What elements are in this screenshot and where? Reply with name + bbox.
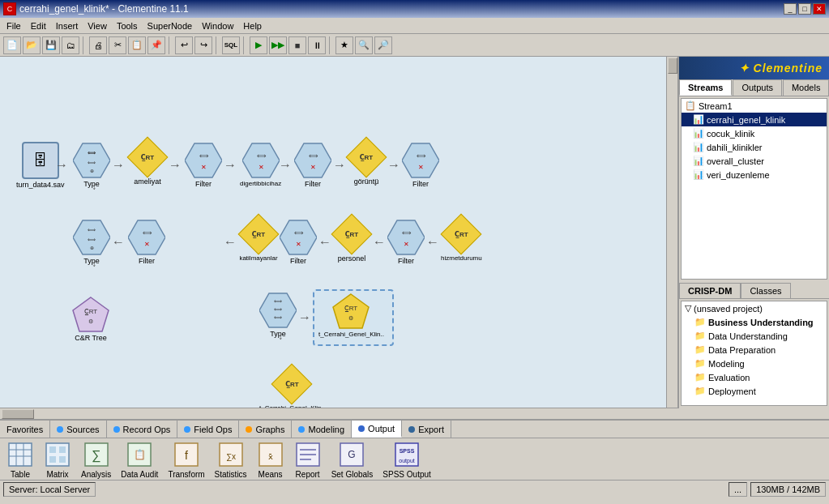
canvas-vscroll[interactable]: [666, 57, 677, 408]
pause-button[interactable]: ⏸: [308, 36, 326, 54]
memory-label: 130MB / 142MB: [756, 485, 820, 494]
zoom-out-button[interactable]: 🔎: [374, 36, 392, 54]
crisp-evaluation[interactable]: 📁 Evaluation: [682, 370, 827, 384]
paste-button[interactable]: 📌: [147, 36, 165, 54]
palette-tab-favorites[interactable]: Favorites: [0, 421, 50, 438]
palette-nodes-area: Table Matrix ∑ Analysis 📋 Data Audit f: [0, 438, 829, 481]
palette-tab-modeling[interactable]: Modeling: [292, 421, 352, 438]
palette-set-globals[interactable]: G Set Globals: [331, 441, 374, 479]
node-t-cerrahi2[interactable]: C̲RT t_Cerrahi_Genel_Klin..: [259, 365, 325, 408]
close-button[interactable]: ✕: [813, 3, 826, 15]
node-filter3[interactable]: ⟺ ✕ Filter: [402, 142, 439, 188]
node-digertibbicihaz[interactable]: ⟺ ✕ digertibbicihaz: [240, 142, 281, 187]
node-filter1[interactable]: ⟺ ✕ Filter: [185, 142, 222, 188]
undo-button[interactable]: ↩: [175, 36, 193, 54]
palette-tab-field-ops[interactable]: Field Ops: [177, 421, 239, 438]
tree-veri-duzenleme[interactable]: 📊 veri_duzenleme: [682, 168, 827, 182]
run-button[interactable]: ▶: [250, 36, 267, 54]
menu-tools[interactable]: Tools: [112, 20, 143, 32]
menu-view[interactable]: View: [83, 20, 112, 32]
node-personel[interactable]: C̲RT personel: [332, 215, 371, 263]
bookmark-button[interactable]: ★: [335, 36, 353, 54]
tree-cocuk-klinik[interactable]: 📊 cocuk_klinik: [682, 126, 827, 140]
node-filter6[interactable]: ⟺ ✕ Filter: [387, 219, 425, 265]
stream-cocuk-label: cocuk_klinik: [707, 129, 754, 139]
palette-table[interactable]: Table: [6, 441, 34, 479]
redo-button[interactable]: ↪: [194, 36, 212, 54]
tab-classes[interactable]: Classes: [741, 283, 790, 298]
node-t-cerrahi1[interactable]: C̲RT ⚙ t_Cerrahi_Genel_Klin..: [318, 293, 384, 338]
crisp-business[interactable]: 📁 Business Understanding: [682, 315, 827, 329]
node-hizmetdurumu[interactable]: C̲RT hizmetdurumu: [441, 215, 482, 262]
copy-button[interactable]: 📋: [128, 36, 146, 54]
personel-shape: C̲RT: [332, 215, 371, 254]
palette-means[interactable]: x̄ Means: [257, 441, 284, 479]
matrix-icon: [44, 441, 71, 468]
node-goruntu[interactable]: C̲RT görüntü: [347, 138, 386, 186]
run-all-button[interactable]: ▶▶: [269, 36, 287, 54]
tab-models[interactable]: Models: [783, 79, 829, 96]
menu-help[interactable]: Help: [238, 20, 267, 32]
menu-supernode[interactable]: SuperNode: [143, 20, 198, 32]
tab-crisp-dm[interactable]: CRISP-DM: [679, 283, 741, 298]
node-filter4[interactable]: ⟺ ✕ Filter: [128, 219, 165, 265]
crisp-modeling[interactable]: 📁 Modeling: [682, 357, 827, 370]
save-button[interactable]: 💾: [42, 36, 60, 54]
crisp-deployment[interactable]: 📁 Deployment: [682, 384, 827, 398]
tree-dahili-klinikler[interactable]: 📊 dahili_klinikler: [682, 140, 827, 154]
palette-data-audit[interactable]: 📋 Data Audit: [121, 441, 158, 479]
menu-window[interactable]: Window: [197, 20, 238, 32]
crisp-data-understanding[interactable]: 📁 Data Understanding: [682, 329, 827, 343]
maximize-button[interactable]: □: [798, 3, 811, 15]
node-cart-tree[interactable]: C̲RT ⚙ C&R Tree: [71, 296, 110, 342]
svg-text:✕: ✕: [201, 164, 207, 171]
palette-tab-output[interactable]: Output: [352, 421, 402, 438]
node-ameliyat[interactable]: C̲RT ameliyat: [128, 138, 167, 186]
palette-spss-output[interactable]: SPSSoutput SPSS Output: [382, 441, 430, 479]
palette-matrix[interactable]: Matrix: [44, 441, 71, 479]
save-all-button[interactable]: 🗂: [62, 36, 79, 54]
menu-insert[interactable]: Insert: [51, 20, 83, 32]
horizontal-scrollbar[interactable]: [0, 408, 679, 419]
palette-statistics[interactable]: ∑x Statistics: [215, 441, 247, 479]
stop-button[interactable]: ■: [288, 36, 306, 54]
node-digertibbicihaz-label: digertibbicihaz: [240, 180, 281, 187]
tab-outputs[interactable]: Outputs: [733, 79, 782, 96]
palette-tab-sources[interactable]: Sources: [50, 421, 106, 438]
palette-transform[interactable]: f Transform: [168, 441, 204, 479]
tab-streams[interactable]: Streams: [679, 79, 732, 96]
tree-overall-cluster[interactable]: 📊 overall_cluster: [682, 154, 827, 168]
sql-button[interactable]: SQL: [222, 36, 240, 54]
node-katilmayanlar[interactable]: C̲RT katilmayanlar: [239, 215, 278, 262]
svg-text:⟺: ⟺: [274, 298, 282, 304]
matrix-node-label: Matrix: [46, 470, 68, 479]
palette-tab-record-ops[interactable]: Record Ops: [107, 421, 178, 438]
t-cerrahi2-shape: C̲RT: [272, 365, 311, 404]
crisp-dm-tree[interactable]: ▽ (unsaved project) 📁 Business Understan…: [681, 301, 827, 406]
menu-edit[interactable]: Edit: [26, 20, 51, 32]
node-filter2[interactable]: ⟺ ✕ Filter: [294, 142, 331, 188]
minimize-button[interactable]: _: [784, 3, 797, 15]
canvas[interactable]: 🗄 turn_data4.sav → ⟺ ⟺ ⊕ Type → C̲RT: [0, 57, 679, 408]
palette-report[interactable]: Report: [294, 441, 322, 479]
tree-stream1[interactable]: 📋 Stream1: [682, 99, 827, 113]
cut-button[interactable]: ✂: [109, 36, 126, 54]
transform-icon: f: [173, 441, 200, 468]
palette-analysis[interactable]: ∑ Analysis: [81, 441, 111, 479]
tree-cerrahi-genel-klinik[interactable]: 📊 cerrahi_genel_klinik: [682, 113, 827, 126]
svg-text:output: output: [399, 458, 415, 464]
crisp-unsaved[interactable]: ▽ (unsaved project): [682, 301, 827, 315]
stream-icon-1: 📊: [693, 114, 704, 125]
print-button[interactable]: 🖨: [89, 36, 107, 54]
zoom-in-button[interactable]: 🔍: [355, 36, 373, 54]
right-panel-tabs: Streams Outputs Models: [679, 79, 829, 96]
new-button[interactable]: 📄: [3, 36, 21, 54]
open-button[interactable]: 📂: [23, 36, 41, 54]
palette-tab-graphs[interactable]: Graphs: [239, 421, 292, 438]
streams-tree[interactable]: 📋 Stream1 📊 cerrahi_genel_klinik 📊 cocuk…: [681, 98, 827, 280]
node-filter5[interactable]: ⟺ ✕ Filter: [280, 219, 317, 265]
palette-tab-export[interactable]: Export: [402, 421, 451, 438]
menu-file[interactable]: File: [2, 20, 26, 32]
sep4: [243, 36, 246, 54]
crisp-data-preparation[interactable]: 📁 Data Preparation: [682, 343, 827, 357]
